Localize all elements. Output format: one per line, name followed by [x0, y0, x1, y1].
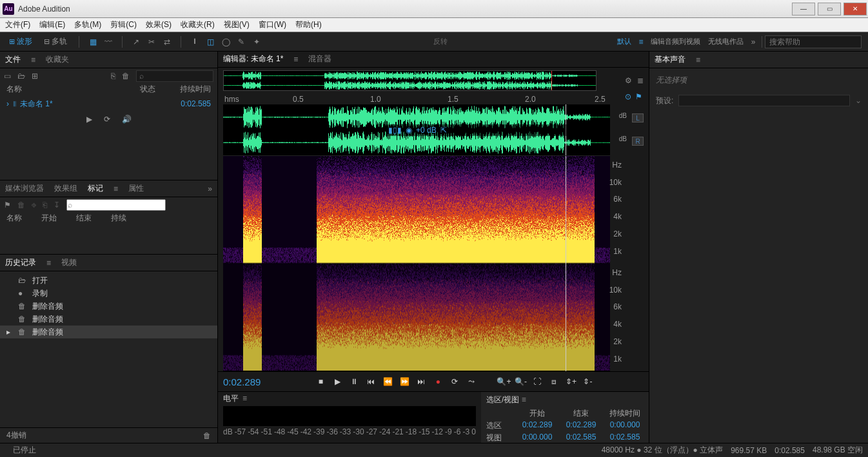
maximize-button[interactable]: ▭ [818, 3, 841, 15]
forward-button[interactable]: ⏩ [397, 374, 411, 389]
preset-chevron-icon[interactable]: ⌄ [855, 96, 862, 105]
play-preview-icon[interactable]: ▶ [86, 115, 92, 124]
editor-menu-icon[interactable]: ≡ [293, 55, 298, 64]
heal-tool-icon[interactable]: ✦ [251, 36, 262, 48]
channel-right-label[interactable]: R [632, 137, 644, 146]
sel-end[interactable]: 0:02.289 [562, 420, 600, 431]
rewind-button[interactable]: ⏪ [380, 374, 395, 389]
delete-icon[interactable]: 🗑 [122, 72, 130, 81]
overview-opt2-icon[interactable]: ≣ [637, 76, 644, 85]
skip-button[interactable]: ⤳ [464, 374, 478, 389]
tab-media-browser[interactable]: 媒体浏览器 [5, 183, 44, 194]
waveform-display[interactable]: ▮▯▮ ◉ +0 dB ⇱ [223, 104, 610, 156]
loop-button[interactable]: ⟳ [448, 374, 462, 389]
menu-edit[interactable]: 编辑(E) [39, 19, 65, 30]
new-file-icon[interactable]: ▭ [4, 72, 11, 81]
marquee-tool-icon[interactable]: ◫ [204, 36, 216, 48]
file-row[interactable]: ›⫴未命名 1* 0:02.585 [0, 97, 217, 111]
history-item[interactable]: 🗁打开 [0, 274, 217, 287]
history-item[interactable]: ▸🗑删除音频 [0, 326, 217, 338]
zoom-out-v-icon[interactable]: ⇕- [580, 374, 595, 389]
tab-effects[interactable]: 效果组 [54, 183, 77, 194]
menu-file[interactable]: 文件(F) [5, 19, 30, 30]
tab-video[interactable]: 视频 [61, 257, 77, 268]
menu-clip[interactable]: 剪辑(C) [110, 19, 137, 30]
playhead-time[interactable]: 0:02.289 [223, 376, 288, 387]
preset-dropdown[interactable] [678, 95, 850, 106]
marker-icon[interactable]: ⚑ [635, 92, 642, 101]
time-select-tool-icon[interactable]: Ｉ [189, 36, 201, 48]
col-marker-start[interactable]: 开始 [41, 213, 57, 226]
tab-essential-sound[interactable]: 基本声音 [655, 54, 686, 65]
zoom-out-icon[interactable]: 🔍- [513, 374, 528, 389]
spectral-display[interactable] [223, 156, 610, 371]
autoplay-icon[interactable]: 🔊 [122, 115, 132, 124]
menu-multitrack[interactable]: 多轨(M) [74, 19, 101, 30]
col-marker-name[interactable]: 名称 [6, 213, 22, 226]
tab-properties[interactable]: 属性 [128, 183, 144, 194]
col-duration[interactable]: 持续时间 [172, 84, 211, 97]
menu-effects[interactable]: 效果(S) [146, 19, 172, 30]
markers-menu-icon[interactable]: ≡ [113, 184, 118, 193]
tab-mixer[interactable]: 混音器 [308, 53, 331, 64]
open-file-icon[interactable]: 🗁 [17, 72, 25, 81]
minimize-button[interactable]: — [792, 3, 815, 15]
lasso-tool-icon[interactable]: ◯ [220, 36, 232, 48]
files-search-input[interactable] [136, 70, 213, 82]
view-dur[interactable]: 0:02.585 [606, 433, 644, 443]
delete-marker-icon[interactable]: 🗑 [17, 200, 25, 209]
go-start-button[interactable]: ⏮ [364, 374, 378, 389]
db-value[interactable]: +0 dB [416, 126, 437, 135]
view-end[interactable]: 0:02.585 [562, 433, 600, 443]
hud-pin-icon[interactable]: ⇱ [440, 126, 447, 135]
view-waveform-button[interactable]: ⊞ 波形 [5, 35, 36, 48]
help-search-input[interactable] [765, 35, 862, 48]
go-end-button[interactable]: ⏭ [414, 374, 428, 389]
pitch-display-icon[interactable]: 〰 [103, 36, 114, 48]
history-item[interactable]: ●录制 [0, 287, 217, 300]
close-button[interactable]: ✕ [843, 3, 867, 15]
markers-search-input[interactable] [66, 199, 166, 211]
col-status[interactable]: 状态 [140, 84, 172, 97]
razor-tool-icon[interactable]: ✂ [146, 36, 157, 48]
clear-history-icon[interactable]: 🗑 [203, 431, 211, 440]
col-marker-dur[interactable]: 持续 [111, 213, 126, 226]
zoom-sel-icon[interactable]: ⧈ [547, 374, 561, 389]
channel-left-label[interactable]: L [632, 113, 644, 122]
selview-menu-icon[interactable]: ≡ [522, 395, 526, 404]
menu-view[interactable]: 视图(V) [224, 19, 250, 30]
overview-opt1-icon[interactable]: ⚙ [625, 76, 632, 85]
history-item[interactable]: 🗑删除音频 [0, 313, 217, 326]
menu-help[interactable]: 帮助(H) [295, 19, 322, 30]
files-panel-menu-icon[interactable]: ≡ [31, 55, 35, 64]
more-workspaces-icon[interactable]: » [747, 36, 759, 48]
hud-knob-icon[interactable]: ◉ [406, 126, 412, 135]
workspace-menu-icon[interactable]: ≡ [635, 36, 647, 48]
tab-editor[interactable]: 编辑器: 未命名 1* [223, 53, 283, 64]
sel-start[interactable]: 0:02.289 [518, 420, 556, 431]
sel-dur[interactable]: 0:00.000 [606, 420, 644, 431]
tab-history[interactable]: 历史记录 [5, 257, 36, 268]
levels-menu-icon[interactable]: ≡ [242, 394, 247, 403]
rotate-button[interactable]: 反转 [429, 35, 451, 48]
workspace-radio[interactable]: 无线电作品 [704, 35, 747, 48]
play-button[interactable]: ▶ [330, 374, 344, 389]
level-meter[interactable] [223, 406, 476, 426]
tab-files[interactable]: 文件 [5, 54, 21, 65]
pin-icon[interactable]: ⊙ [625, 92, 631, 101]
view-multitrack-button[interactable]: ⊟ 多轨 [40, 35, 71, 48]
spectral-display-icon[interactable]: ▦ [87, 36, 99, 48]
workspace-default[interactable]: 默认 [613, 35, 635, 48]
col-name[interactable]: 名称 [6, 84, 140, 97]
overflow-icon[interactable]: » [208, 184, 212, 193]
loop-preview-icon[interactable]: ⟳ [104, 115, 110, 124]
move-tool-icon[interactable]: ↗ [130, 36, 142, 48]
add-marker-icon[interactable]: ⚑ [4, 200, 11, 209]
view-start[interactable]: 0:00.000 [518, 433, 556, 443]
record-button[interactable]: ● [431, 374, 445, 389]
time-ruler[interactable]: hms 0.5 1.0 1.5 2.0 2.5 ⊙ ⚑ [223, 93, 610, 104]
slip-tool-icon[interactable]: ⇄ [161, 36, 173, 48]
pause-button[interactable]: ⏸ [347, 374, 361, 389]
col-marker-end[interactable]: 结束 [76, 213, 92, 226]
menu-favorites[interactable]: 收藏夹(R) [181, 19, 215, 30]
